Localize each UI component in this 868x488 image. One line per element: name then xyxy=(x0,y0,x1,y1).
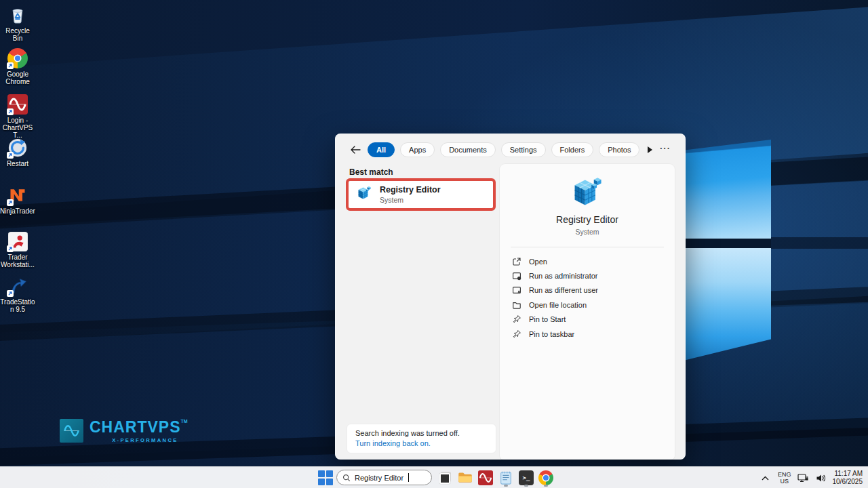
taskbar-search-input[interactable]: Registry Editor xyxy=(336,470,432,485)
registry-editor-icon xyxy=(570,175,605,213)
shortcut-arrow-icon xyxy=(7,290,14,297)
ninjatrader-icon xyxy=(7,184,28,206)
taskbar-app-terminal[interactable]: >_ xyxy=(517,468,536,487)
windows-logo-icon xyxy=(318,470,333,485)
back-button[interactable] xyxy=(349,142,362,157)
network-icon[interactable] xyxy=(796,468,810,487)
desktop: Recycle Bin Google Chrome Login - ChartV… xyxy=(0,0,868,488)
desktop-icon-label: Recycle Bin xyxy=(0,27,35,42)
taskbar-app-chrome[interactable] xyxy=(536,468,555,487)
action-run-as-administrator[interactable]: Run as administrator xyxy=(512,268,668,283)
desktop-icon-label: TradeStation 9.5 xyxy=(0,298,35,313)
watermark-brand: CHARTVPSTM xyxy=(90,418,188,436)
action-open[interactable]: Open xyxy=(512,254,668,268)
shortcut-arrow-icon xyxy=(7,245,14,252)
desktop-icon-label: Trader Workstati... xyxy=(0,253,35,268)
notepad-icon xyxy=(498,470,513,485)
chartvps-watermark: CHARTVPSTM X-PERFORMANCE xyxy=(60,419,188,443)
desktop-icon-trader-workstation[interactable]: Trader Workstati... xyxy=(0,230,35,268)
action-pin-to-start[interactable]: Pin to Start xyxy=(512,312,668,327)
taskbar: Registry Editor >_ ENG xyxy=(0,466,868,488)
run-different-user-icon xyxy=(512,285,521,295)
terminal-icon: >_ xyxy=(519,470,534,485)
desktop-icon-ninjatrader[interactable]: NinjaTrader xyxy=(0,184,35,215)
search-flyout-panel: All Apps Documents Settings Folders Phot… xyxy=(335,134,686,460)
tray-chevron-up-icon[interactable] xyxy=(758,468,773,487)
chrome-icon xyxy=(538,470,553,485)
wallpaper-window-pane-top xyxy=(678,136,771,239)
restart-icon xyxy=(7,137,28,159)
desktop-icon-label: NinjaTrader xyxy=(0,207,35,215)
wallpaper-window-crossbar-shadow xyxy=(771,237,868,249)
registry-editor-icon xyxy=(356,185,372,204)
chrome-icon xyxy=(7,47,28,69)
wallpaper-window-crossbar xyxy=(678,239,771,248)
result-subtitle: System xyxy=(380,196,441,204)
taskbar-app-task-view[interactable] xyxy=(435,468,454,487)
tab-apps[interactable]: Apps xyxy=(400,142,435,157)
indexing-link[interactable]: Turn indexing back on. xyxy=(355,439,488,447)
tray-time: 11:17 AM xyxy=(833,470,863,479)
best-match-result[interactable]: Registry Editor System xyxy=(346,178,496,211)
tab-settings[interactable]: Settings xyxy=(501,142,546,157)
running-indicator xyxy=(504,485,508,487)
language-indicator[interactable]: ENG US xyxy=(778,471,791,485)
chartvps-logo-icon xyxy=(60,419,83,443)
action-open-file-location[interactable]: Open file location xyxy=(512,298,668,312)
shortcut-arrow-icon xyxy=(7,62,14,69)
desktop-icon-restart[interactable]: Restart xyxy=(0,137,35,167)
task-view-icon xyxy=(437,470,453,486)
divider xyxy=(511,247,664,247)
run-admin-icon xyxy=(512,271,521,281)
desktop-icon-label: Restart xyxy=(7,160,28,167)
preview-title: Registry Editor xyxy=(500,214,675,225)
running-indicator xyxy=(544,485,548,487)
pin-icon xyxy=(512,329,521,339)
open-file-location-icon xyxy=(512,300,521,310)
desktop-icon-google-chrome[interactable]: Google Chrome xyxy=(0,47,35,85)
result-title: Registry Editor xyxy=(380,185,441,196)
overflow-menu-button[interactable]: ··· xyxy=(660,143,671,153)
indexing-notice: Search indexing was turned off. Turn ind… xyxy=(347,424,496,453)
best-match-header: Best match xyxy=(349,167,393,177)
desktop-icon-chartvps-login[interactable]: Login - ChartVPS T... xyxy=(0,94,35,140)
clock[interactable]: 11:17 AM 10/6/2025 xyxy=(833,470,866,487)
start-button[interactable] xyxy=(316,468,335,487)
search-icon xyxy=(342,474,351,482)
system-tray: ENG US 11:17 AM 10/6/2025 xyxy=(758,467,865,488)
tab-documents[interactable]: Documents xyxy=(440,142,496,157)
tab-all[interactable]: All xyxy=(368,142,395,157)
preview-pane: Registry Editor System Open Run as admin… xyxy=(500,164,675,460)
volume-icon[interactable] xyxy=(814,468,828,487)
shortcut-arrow-icon xyxy=(7,199,14,206)
wallpaper-window-pane-bottom xyxy=(678,248,771,362)
action-pin-to-taskbar[interactable]: Pin to taskbar xyxy=(512,327,668,341)
tab-folders[interactable]: Folders xyxy=(551,142,594,157)
desktop-icon-label: Login - ChartVPS T... xyxy=(0,117,35,140)
watermark-tagline: X-PERFORMANCE xyxy=(90,437,178,443)
taskbar-app-chartvps[interactable] xyxy=(476,468,495,487)
trademark-symbol: TM xyxy=(181,419,188,424)
tray-date: 10/6/2025 xyxy=(833,478,863,487)
preview-subtitle: System xyxy=(500,228,675,236)
desktop-icon-tradestation[interactable]: TradeStation 9.5 xyxy=(0,275,35,313)
chartvps-app-icon xyxy=(478,470,493,485)
tab-photos[interactable]: Photos xyxy=(599,142,639,157)
search-query-text: Registry Editor xyxy=(355,474,403,482)
running-indicator xyxy=(524,485,528,487)
file-explorer-icon xyxy=(457,470,473,486)
taskbar-app-file-explorer[interactable] xyxy=(456,468,475,487)
indexing-message: Search indexing was turned off. xyxy=(355,429,488,437)
tradestation-icon xyxy=(7,275,28,297)
taskbar-app-notepad[interactable] xyxy=(496,468,515,487)
shortcut-arrow-icon xyxy=(7,152,14,159)
desktop-icon-recycle-bin[interactable]: Recycle Bin xyxy=(0,4,35,42)
shortcut-arrow-icon xyxy=(7,108,14,115)
recycle-bin-icon xyxy=(7,4,28,26)
action-run-as-different-user[interactable]: Run as different user xyxy=(512,283,668,298)
more-tabs-icon[interactable] xyxy=(648,146,652,153)
pin-icon xyxy=(512,314,521,324)
desktop-icon-label: Google Chrome xyxy=(0,70,35,85)
trader-workstation-icon xyxy=(7,230,28,252)
action-list: Open Run as administrator Run as differe… xyxy=(512,254,668,341)
